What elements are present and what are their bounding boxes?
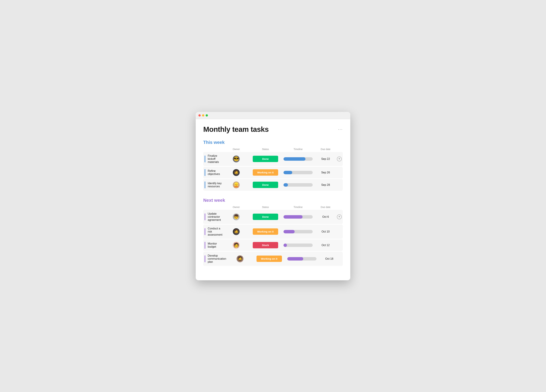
status-badge[interactable]: Done [253,182,278,188]
task-name-cell: Identify key resources [203,182,222,188]
table-row: Monitor budget 🧑 Stuck [203,239,343,251]
progress-bar [287,257,317,261]
owner-cell: 👱 [222,182,250,188]
task-list-this-week: Finalize kickoff materials 😎 Done [203,152,343,191]
avatar: 🧔 [233,169,240,176]
avatar: 👱 [233,182,240,188]
page-header: Monthly team tasks ··· [203,125,343,134]
col-due-next-week: Due date [315,206,336,209]
timeline-cell [281,183,315,187]
table-row: Refine objectives 🧔 Working on it [203,167,343,178]
task-name: Develop communication plan [208,254,226,263]
task-name-cell: Finalize kickoff materials [203,154,222,163]
title-bar [196,112,350,119]
owner-cell: 🧔 [222,228,250,235]
col-timeline-this-week: Timeline [281,148,315,150]
task-name: Finalize kickoff materials [208,154,222,163]
owner-cell: 😎 [222,156,250,162]
owner-cell: 🧔 [222,169,250,176]
col-due-this-week: Due date [315,148,336,150]
owner-cell: 👦 [222,213,250,220]
status-cell[interactable]: Done [250,156,281,162]
section-title-this-week: This week [203,140,225,145]
task-name: Refine objectives [208,170,222,176]
add-column-button[interactable]: + [337,215,342,219]
status-cell[interactable]: Working on it [254,255,285,262]
progress-bar [284,243,313,247]
expand-dot[interactable] [206,114,208,117]
more-options-button[interactable]: ··· [338,127,343,132]
progress-bar [284,215,313,219]
due-date-cell: Oct 12 [315,244,336,247]
progress-fill [284,243,287,247]
timeline-cell [281,230,315,233]
status-badge[interactable]: Stuck [253,242,278,248]
progress-fill [284,215,303,219]
col-status-this-week: Status [250,148,281,150]
section-header-next-week: Next week [203,198,343,203]
task-border [205,228,205,235]
timeline-cell [285,257,319,261]
timeline-cell [281,243,315,247]
progress-bar [284,183,313,187]
col-task [206,206,222,209]
timeline-cell [281,215,315,219]
status-cell[interactable]: Working on it [250,229,281,235]
close-dot[interactable] [198,114,201,117]
table-headers-this-week: Owner Status Timeline Due date [203,148,343,152]
task-name: Update contractor agreement [208,212,222,222]
app-window: Monthly team tasks ··· This week Owner S… [196,112,350,280]
task-name: Monitor budget [208,242,222,248]
progress-fill [284,230,295,233]
col-task [206,148,222,150]
avatar: 🧑 [233,242,240,249]
progress-fill [287,257,303,261]
status-badge[interactable]: Working on it [256,255,282,262]
col-timeline-next-week: Timeline [281,206,315,209]
status-cell[interactable]: Done [250,214,281,220]
owner-cell: 🧑 [222,242,250,249]
minimize-dot[interactable] [202,114,204,117]
add-column-button[interactable]: + [337,157,342,161]
col-owner-this-week: Owner [222,148,250,150]
due-date-cell: Oct 10 [315,230,336,233]
status-badge[interactable]: Done [253,156,278,162]
due-date-cell: Oct 18 [319,257,340,260]
status-badge[interactable]: Done [253,214,278,220]
col-status-next-week: Status [250,206,281,209]
section-header-this-week: This week [203,140,343,145]
task-border [205,213,205,220]
progress-bar [284,157,313,161]
task-border [205,182,205,188]
page-title: Monthly team tasks [203,125,269,134]
avatar: 😎 [233,156,240,162]
task-border [205,242,205,249]
col-owner-next-week: Owner [222,206,250,209]
owner-cell: 🧔 [226,255,254,262]
status-cell[interactable]: Done [250,182,281,188]
task-border [205,169,205,176]
status-badge[interactable]: Working on it [253,229,278,235]
add-col: + [336,215,343,219]
task-name-cell: Refine objectives [203,169,222,176]
progress-bar [284,171,313,174]
status-badge[interactable]: Working on it [253,169,278,176]
avatar: 🧔 [237,255,243,262]
task-name-cell: Develop communication plan [203,254,226,263]
avatar: 🧔 [233,228,240,235]
task-name-cell: Update contractor agreement [203,212,222,222]
table-row: Identify key resources 👱 Done [203,179,343,191]
progress-fill [284,183,288,187]
task-name: Identify key resources [208,182,222,188]
task-border [205,255,205,262]
add-col: + [336,157,343,161]
progress-bar [284,230,313,233]
table-row: Finalize kickoff materials 😎 Done [203,152,343,166]
task-border [205,156,205,162]
status-cell[interactable]: Stuck [250,242,281,248]
table-headers-next-week: Owner Status Timeline Due date [203,206,343,210]
progress-fill [284,157,306,161]
status-cell[interactable]: Working on it [250,169,281,176]
due-date-cell: Oct 6 [315,215,336,218]
timeline-cell [281,157,315,161]
